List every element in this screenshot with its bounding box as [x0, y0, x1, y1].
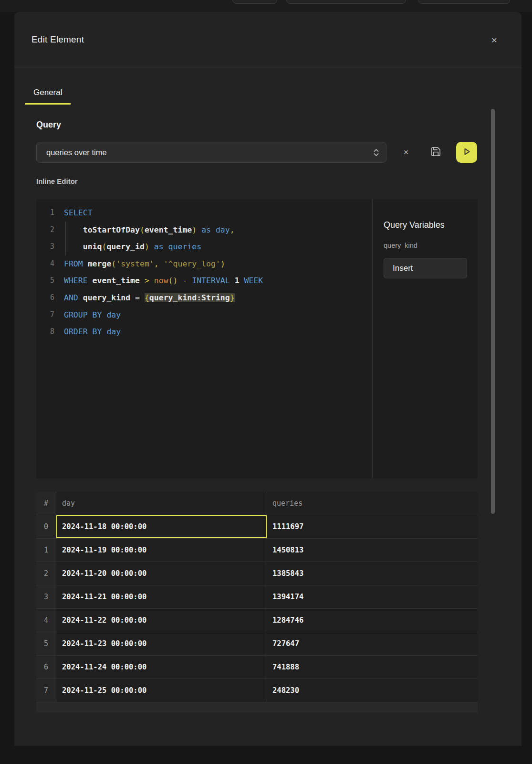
screen: Edit Element × General Query queries ove…	[0, 0, 532, 764]
table-body: 0 2024-11-18 00:00:00 1111697 1 2024-11-…	[36, 515, 478, 702]
play-icon	[463, 148, 471, 157]
dialog-header: Edit Element ×	[14, 12, 522, 67]
row-index-cell: 5	[36, 632, 56, 655]
run-query-button[interactable]	[456, 142, 477, 163]
query-select[interactable]: queries over time	[36, 142, 386, 163]
save-query-button[interactable]	[429, 146, 442, 159]
code-line: 2 toStartOfDay(event_time) as day,	[36, 222, 372, 239]
day-cell[interactable]: 2024-11-25 00:00:00	[56, 679, 267, 702]
code-line: 1 SELECT	[36, 204, 372, 222]
save-icon	[430, 146, 441, 159]
line-number: 5	[36, 272, 54, 289]
code-text: GROUP BY day	[64, 307, 121, 324]
code-text: WHERE event_time > now() - INTERVAL 1 WE…	[64, 272, 263, 289]
table-row: 6 2024-11-24 00:00:00 741888	[36, 655, 478, 679]
dialog-scrollbar-thumb[interactable]	[491, 109, 495, 514]
query-select-row: queries over time ×	[36, 142, 478, 163]
line-number: 3	[36, 238, 54, 255]
row-index-cell: 3	[36, 585, 56, 608]
queries-cell[interactable]: 1284746	[267, 609, 478, 632]
day-cell[interactable]: 2024-11-19 00:00:00	[56, 539, 267, 562]
queries-cell[interactable]: 1385843	[267, 562, 478, 585]
sql-editor: 1 SELECT 2 toStartOfDay(event_time) as d…	[36, 199, 478, 478]
line-number: 4	[36, 255, 54, 273]
code-line: 4 FROM merge('system', '^query_log')	[36, 255, 372, 273]
queries-cell[interactable]: 727647	[267, 632, 478, 655]
code-editor-area[interactable]: 1 SELECT 2 toStartOfDay(event_time) as d…	[36, 199, 372, 478]
query-select-value: queries over time	[46, 148, 373, 157]
queries-cell[interactable]: 1450813	[267, 539, 478, 562]
table-row: 4 2024-11-22 00:00:00 1284746	[36, 608, 478, 632]
queries-cell[interactable]: 741888	[267, 656, 478, 679]
tab-general[interactable]: General	[25, 86, 71, 105]
edit-element-dialog: Edit Element × General Query queries ove…	[14, 12, 522, 746]
code-text: FROM merge('system', '^query_log')	[64, 255, 225, 273]
code-text: toStartOfDay(event_time) as day,	[64, 222, 235, 239]
line-number: 6	[36, 289, 54, 307]
background-button-1	[232, 0, 277, 4]
line-number: 1	[36, 204, 54, 222]
code-text: AND query_kind = {query_kind:String}	[64, 289, 235, 307]
row-index-cell: 1	[36, 539, 56, 562]
code-line: 6 AND query_kind = {query_kind:String}	[36, 289, 372, 307]
table-row: 3 2024-11-21 00:00:00 1394174	[36, 585, 478, 608]
code-text: SELECT	[64, 204, 93, 222]
day-cell[interactable]: 2024-11-18 00:00:00	[56, 515, 267, 538]
column-header-queries: queries	[267, 492, 478, 515]
inline-editor-label: Inline Editor	[36, 177, 78, 185]
line-number: 2	[36, 222, 54, 239]
queries-cell[interactable]: 1111697	[267, 515, 478, 538]
insert-variable-button[interactable]: Insert	[384, 258, 467, 278]
query-variables-panel: Query Variables query_kind Insert	[372, 199, 478, 478]
clear-icon: ×	[403, 147, 408, 158]
table-row: 2 2024-11-20 00:00:00 1385843	[36, 562, 478, 585]
column-header-index: #	[36, 492, 56, 515]
close-button[interactable]: ×	[487, 33, 501, 47]
day-cell[interactable]: 2024-11-23 00:00:00	[56, 632, 267, 655]
background-button-2	[286, 0, 406, 4]
column-header-day: day	[56, 492, 267, 515]
row-index-cell: 4	[36, 609, 56, 632]
line-number: 8	[36, 323, 54, 340]
day-cell[interactable]: 2024-11-22 00:00:00	[56, 609, 267, 632]
table-row: 5 2024-11-23 00:00:00 727647	[36, 632, 478, 655]
table-row: 0 2024-11-18 00:00:00 1111697	[36, 515, 478, 538]
code-lines: 1 SELECT 2 toStartOfDay(event_time) as d…	[36, 204, 372, 340]
query-variables-heading: Query Variables	[384, 220, 467, 230]
results-table: # day queries 0 2024-11-18 00:00:00 1111…	[36, 492, 478, 712]
queries-cell[interactable]: 1394174	[267, 585, 478, 608]
background-button-3	[418, 0, 510, 4]
table-row: 7 2024-11-25 00:00:00 248230	[36, 679, 478, 702]
clear-query-button[interactable]: ×	[399, 146, 413, 159]
day-cell[interactable]: 2024-11-20 00:00:00	[56, 562, 267, 585]
table-header-row: # day queries	[36, 492, 478, 515]
background-topbar	[0, 0, 532, 12]
code-line: 8 ORDER BY day	[36, 323, 372, 340]
code-line: 5 WHERE event_time > now() - INTERVAL 1 …	[36, 272, 372, 289]
code-line: 7 GROUP BY day	[36, 307, 372, 324]
row-index-cell: 0	[36, 515, 56, 538]
code-line: 3 uniq(query_id) as queries	[36, 238, 372, 255]
variable-name-label: query_kind	[384, 242, 467, 249]
table-row: 1 2024-11-19 00:00:00 1450813	[36, 538, 478, 562]
row-index-cell: 7	[36, 679, 56, 702]
query-section-heading: Query	[36, 120, 61, 130]
line-number: 7	[36, 307, 54, 324]
chevron-updown-icon	[373, 148, 379, 157]
day-cell[interactable]: 2024-11-24 00:00:00	[56, 656, 267, 679]
queries-cell[interactable]: 248230	[267, 679, 478, 702]
code-text: ORDER BY day	[64, 323, 121, 340]
row-index-cell: 2	[36, 562, 56, 585]
row-index-cell: 6	[36, 656, 56, 679]
close-icon: ×	[491, 34, 497, 45]
day-cell[interactable]: 2024-11-21 00:00:00	[56, 585, 267, 608]
code-text: uniq(query_id) as queries	[64, 238, 201, 255]
dialog-title: Edit Element	[31, 12, 84, 67]
table-scroll-track[interactable]	[36, 702, 478, 712]
